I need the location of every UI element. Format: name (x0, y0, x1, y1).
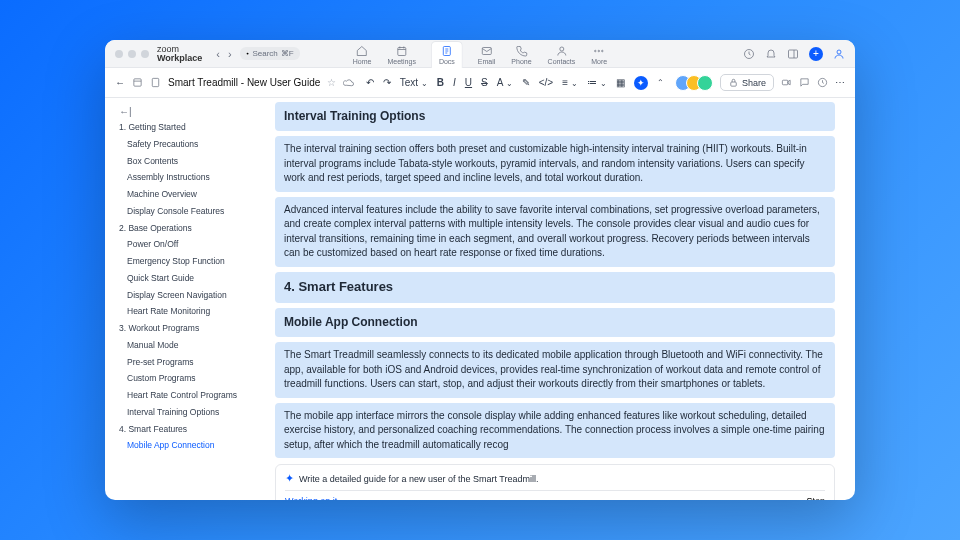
outline-item[interactable]: Box Contents (115, 153, 265, 170)
underline-button[interactable]: U (465, 77, 472, 88)
expand-button[interactable]: ⌃ (657, 78, 664, 87)
outline-item[interactable]: Quick Start Guide (115, 270, 265, 287)
outline-item[interactable]: Manual Mode (115, 337, 265, 354)
italic-button[interactable]: I (453, 77, 456, 88)
back-button[interactable]: ← (115, 77, 125, 88)
heading-smart: 4. Smart Features (275, 272, 835, 303)
outline-item[interactable]: 4. Smart Features (115, 421, 265, 438)
close-dot[interactable] (115, 50, 123, 58)
more-menu[interactable]: ⋯ (835, 77, 845, 88)
outline-item[interactable]: Heart Rate Control Programs (115, 387, 265, 404)
svg-rect-13 (731, 82, 737, 86)
doc-title[interactable]: Smart Treadmill - New User Guide (168, 77, 320, 88)
titlebar: zoom Workplace ‹ › Search ⌘F Home Meetin… (105, 40, 855, 68)
svg-rect-3 (482, 47, 491, 54)
collapse-outline[interactable]: ←| (115, 104, 265, 119)
outline-item[interactable]: Interval Training Options (115, 404, 265, 421)
code-button[interactable]: </> (539, 77, 553, 88)
outline-item[interactable]: 1. Getting Started (115, 119, 265, 136)
clock-icon[interactable] (743, 48, 755, 60)
panel-icon[interactable] (787, 48, 799, 60)
doc-menu-icon[interactable] (132, 77, 143, 88)
star-icon[interactable]: ☆ (327, 77, 336, 88)
svg-rect-9 (789, 50, 798, 58)
outline-item[interactable]: Assembly Instructions (115, 169, 265, 186)
svg-rect-1 (398, 47, 406, 55)
min-dot[interactable] (128, 50, 136, 58)
svg-point-6 (598, 50, 600, 52)
tab-email[interactable]: Email (477, 43, 497, 67)
outline-item[interactable]: 2. Base Operations (115, 220, 265, 237)
para: The interval training section offers bot… (275, 136, 835, 192)
ai-prompt-text: Write a detailed guide for a new user of… (299, 474, 538, 484)
doc-icon (150, 77, 161, 88)
sparkle-icon: ✦ (285, 472, 294, 485)
svg-point-10 (837, 50, 841, 54)
svg-rect-12 (152, 78, 158, 86)
window-controls[interactable] (115, 50, 149, 58)
outline-item[interactable]: Heart Rate Monitoring (115, 303, 265, 320)
tab-phone[interactable]: Phone (510, 43, 532, 67)
brand: zoom Workplace (157, 45, 202, 63)
outline-item[interactable]: Mobile App Connection (115, 437, 265, 454)
heading-mobile: Mobile App Connection (275, 308, 835, 337)
nav-back[interactable]: ‹ (216, 48, 220, 60)
para: The Smart Treadmill seamlessly connects … (275, 342, 835, 398)
outline-item[interactable]: Safety Precautions (115, 136, 265, 153)
nav-forward[interactable]: › (228, 48, 232, 60)
svg-rect-14 (782, 80, 788, 85)
share-button[interactable]: Share (720, 74, 774, 91)
center-tabs: Home Meetings Docs Email Phone Contacts … (352, 41, 608, 67)
heading-interval: Interval Training Options (275, 102, 835, 131)
stop-button[interactable]: Stop (806, 496, 825, 500)
tab-docs[interactable]: Docs (431, 41, 463, 68)
ai-status: Working on it... (285, 496, 345, 500)
search-icon (246, 52, 250, 56)
outline-item[interactable]: Display Console Features (115, 203, 265, 220)
app-window: zoom Workplace ‹ › Search ⌘F Home Meetin… (105, 40, 855, 500)
doc-toolbar: ← Smart Treadmill - New User Guide ☆ ↶ ↷… (105, 68, 855, 98)
document-content[interactable]: Interval Training Options The interval t… (265, 98, 855, 500)
svg-point-0 (246, 52, 248, 54)
tab-home[interactable]: Home (352, 43, 373, 67)
text-style[interactable]: Text ⌄ (400, 77, 428, 88)
para: The mobile app interface mirrors the con… (275, 403, 835, 459)
video-icon[interactable] (781, 77, 792, 88)
tab-more[interactable]: More (590, 43, 608, 67)
undo-button[interactable]: ↶ (366, 77, 374, 88)
outline-sidebar: ←| 1. Getting StartedSafety PrecautionsB… (105, 98, 265, 500)
bell-icon[interactable] (765, 48, 777, 60)
list-button[interactable]: ≔ ⌄ (587, 77, 607, 88)
clock2-icon[interactable] (817, 77, 828, 88)
max-dot[interactable] (141, 50, 149, 58)
outline-item[interactable]: Pre-set Programs (115, 354, 265, 371)
svg-point-7 (602, 50, 604, 52)
svg-rect-11 (134, 79, 141, 86)
ai-button[interactable]: ✦ (634, 76, 648, 90)
svg-point-5 (595, 50, 597, 52)
presence-avatars[interactable] (675, 75, 713, 91)
font-color[interactable]: A ⌄ (497, 77, 513, 88)
comment-icon[interactable] (799, 77, 810, 88)
redo-button[interactable]: ↷ (383, 77, 391, 88)
cloud-icon (343, 77, 354, 88)
strike-button[interactable]: S (481, 77, 488, 88)
svg-point-4 (559, 47, 563, 51)
global-search[interactable]: Search ⌘F (240, 47, 300, 60)
avatar-icon[interactable] (833, 48, 845, 60)
para: Advanced interval features include the a… (275, 197, 835, 267)
outline-item[interactable]: Power On/Off (115, 236, 265, 253)
tab-contacts[interactable]: Contacts (547, 43, 577, 67)
tab-meetings[interactable]: Meetings (386, 43, 416, 67)
highlight-button[interactable]: ✎ (522, 77, 530, 88)
outline-item[interactable]: Display Screen Navigation (115, 287, 265, 304)
insert-button[interactable]: ▦ (616, 77, 625, 88)
outline-item[interactable]: 3. Workout Programs (115, 320, 265, 337)
ai-prompt-box: ✦ Write a detailed guide for a new user … (275, 464, 835, 500)
new-button[interactable]: + (809, 47, 823, 61)
outline-item[interactable]: Custom Programs (115, 370, 265, 387)
align-button[interactable]: ≡ ⌄ (562, 77, 578, 88)
outline-item[interactable]: Machine Overview (115, 186, 265, 203)
bold-button[interactable]: B (437, 77, 444, 88)
outline-item[interactable]: Emergency Stop Function (115, 253, 265, 270)
